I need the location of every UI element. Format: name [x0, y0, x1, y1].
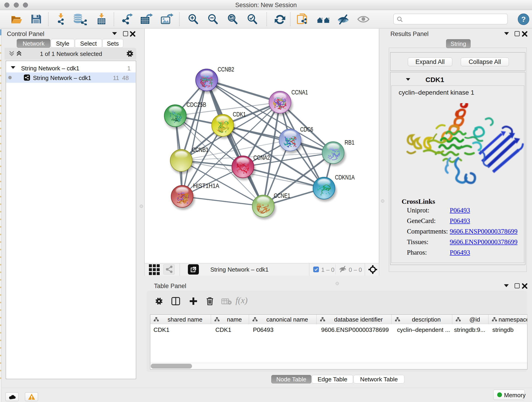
svg-text:HIST1H1A: HIST1H1A [193, 182, 219, 189]
svg-text:RB1: RB1 [345, 139, 355, 146]
svg-text:?: ? [521, 15, 526, 23]
svg-text:CCNA2: CCNA2 [253, 154, 270, 161]
svg-text:CDK1: CDK1 [233, 111, 246, 118]
svg-text:CCNA1: CCNA1 [291, 89, 308, 96]
svg-text:CDC25B: CDC25B [186, 101, 206, 108]
svg-text:CDKN1A: CDKN1A [335, 174, 355, 181]
svg-text:CDC6: CDC6 [300, 126, 313, 133]
svg-text:CCNE1: CCNE1 [274, 192, 290, 199]
svg-text:CCNB1: CCNB1 [192, 147, 209, 153]
svg-text:CCNB2: CCNB2 [218, 66, 234, 73]
